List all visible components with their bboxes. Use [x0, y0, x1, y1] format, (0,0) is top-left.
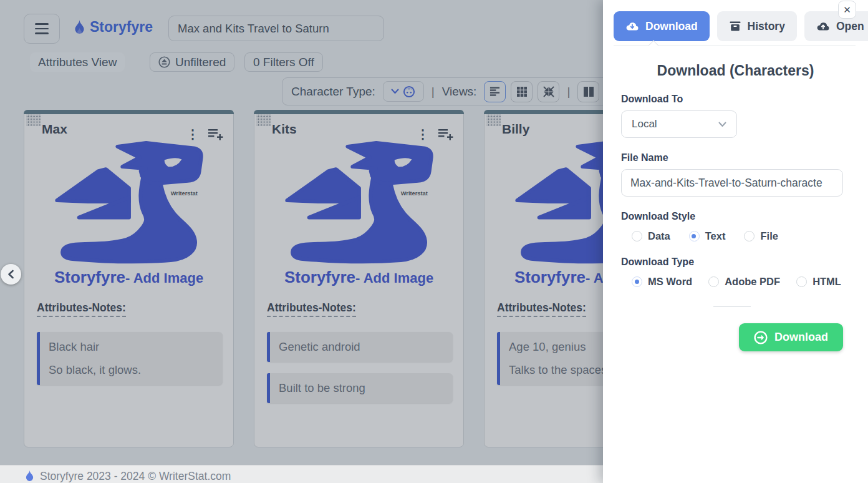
open-tab-button[interactable]: Open: [804, 11, 868, 41]
radio-option-file[interactable]: File: [744, 230, 778, 242]
download-tab-button[interactable]: Download: [614, 11, 710, 41]
history-tab-button[interactable]: History: [717, 11, 797, 41]
download-form: Download To Local File Name Download Sty…: [603, 94, 868, 351]
download-submit-label: Download: [774, 331, 828, 344]
download-to-label: Download To: [621, 94, 843, 105]
radio-unchecked-icon: [796, 276, 807, 287]
download-type-label: Download Type: [621, 256, 843, 268]
flame-icon: [25, 470, 34, 482]
radio-option-text[interactable]: Text: [689, 230, 726, 242]
file-name-label: File Name: [621, 152, 843, 163]
panel-title: Download (Characters): [603, 62, 868, 79]
radio-option-adobe-pdf[interactable]: Adobe PDF: [708, 276, 780, 288]
open-tab-label: Open: [836, 20, 864, 33]
cloud-open-icon: [816, 21, 830, 31]
radio-checked-icon: [632, 276, 642, 287]
radio-unchecked-icon: [744, 231, 755, 242]
close-button[interactable]: ✕: [838, 1, 856, 19]
radio-option-html[interactable]: HTML: [796, 276, 841, 288]
circle-arrow-right-icon: [754, 331, 768, 344]
file-name-input[interactable]: [621, 169, 843, 197]
tabs-divider: [614, 46, 856, 46]
archive-history-icon: [729, 21, 741, 32]
footer-copyright: Storyfyre 2023 - 2024 © WriterStat.com: [40, 470, 231, 483]
download-to-select[interactable]: Local: [621, 110, 737, 138]
active-tab-notch: [649, 41, 659, 51]
history-tab-label: History: [748, 20, 785, 33]
radio-checked-icon: [689, 231, 700, 242]
close-icon: ✕: [843, 4, 851, 16]
download-style-options: Data Text File: [632, 230, 843, 242]
download-type-options: MS Word Adobe PDF HTML: [632, 276, 843, 288]
download-to-value: Local: [632, 118, 657, 130]
download-tab-label: Download: [645, 20, 698, 33]
chevron-left-icon: [7, 270, 15, 279]
radio-unchecked-icon: [632, 231, 642, 242]
chevron-down-icon: [718, 122, 726, 127]
prev-page-button[interactable]: [1, 264, 21, 285]
download-submit-button[interactable]: Download: [739, 323, 843, 351]
radio-option-data[interactable]: Data: [632, 230, 670, 242]
panel-action-tabs: Download History Open ✕: [603, 0, 868, 41]
form-divider: [713, 306, 751, 307]
cloud-download-icon: [625, 21, 639, 31]
download-panel: Download History Open ✕ Download (Cha: [603, 0, 868, 483]
radio-option-ms-word[interactable]: MS Word: [632, 276, 692, 288]
radio-unchecked-icon: [708, 276, 719, 287]
download-style-label: Download Style: [621, 211, 843, 222]
